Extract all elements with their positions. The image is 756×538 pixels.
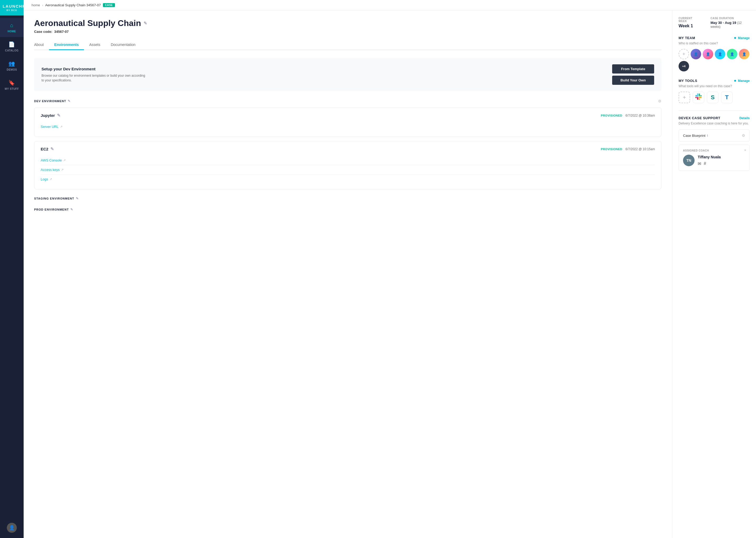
case-badge: CASE [103, 3, 115, 7]
right-panel: CURRENT WEEK Week 1 CASE DURATION May 30… [672, 11, 756, 538]
coach-card: × ASSIGNED COACH TN Tiffany Nuala ✉ # [679, 145, 750, 171]
staging-title: STAGING ENVIRONMENT ✎ [34, 197, 79, 200]
blueprint-label: Case Blueprint ℹ [683, 134, 708, 137]
setup-description: Browse our catalog for environment templ… [41, 73, 146, 83]
current-week-value: Week 1 [679, 24, 700, 28]
ec2-logs[interactable]: Logs ↗ [41, 175, 655, 184]
from-template-button[interactable]: From Template [612, 64, 654, 74]
sidebar-item-home[interactable]: ⌂ HOME [0, 18, 24, 37]
trello-icon: T [725, 94, 729, 101]
sidebar-item-demos-label: DEMOS [7, 68, 17, 71]
main-area: home › Aeronautical Supply Chain 34567-0… [24, 0, 756, 538]
tab-environments[interactable]: Environments [49, 40, 84, 50]
topbar: home › Aeronautical Supply Chain 34567-0… [24, 0, 756, 11]
coach-actions: ✉ # [698, 161, 721, 166]
manage-dot [734, 37, 736, 39]
ec2-aws-console[interactable]: AWS Console ↗ [41, 156, 655, 165]
content-area: Aeronautical Supply Chain ✎ Case code: 3… [24, 11, 756, 538]
slack-tool[interactable] [693, 92, 704, 103]
setup-title: Setup your Dev Environment [41, 67, 146, 71]
tab-documentation[interactable]: Documentation [106, 40, 141, 50]
current-week-item: CURRENT WEEK Week 1 [679, 17, 700, 28]
devex-title: DEVEX CASE SUPPORT [679, 116, 720, 120]
team-avatar-2: 👤 [703, 49, 713, 59]
meta-row: CURRENT WEEK Week 1 CASE DURATION May 30… [679, 17, 750, 28]
jupyter-status: PROVISIONED 6/7/2022 @ 10:38am [601, 114, 655, 117]
coach-card-close-icon[interactable]: × [744, 148, 746, 152]
title-edit-icon[interactable]: ✎ [144, 21, 147, 26]
sharepoint-tool[interactable]: S [707, 92, 719, 103]
blueprint-gear-icon[interactable]: ⚙ [742, 134, 745, 137]
trello-tool[interactable]: T [721, 92, 732, 103]
my-team-manage[interactable]: Manage [734, 36, 750, 40]
prod-header: PROD ENVIRONMENT ✎ [34, 208, 662, 211]
external-link-icon-3: ↗ [61, 168, 64, 172]
ec2-card: EC2 ✎ PROVISIONED 6/7/2022 @ 10:15am AWS… [34, 141, 662, 189]
tab-assets[interactable]: Assets [84, 40, 106, 50]
jupyter-name: Jupyter ✎ [41, 113, 60, 118]
ec2-name: EC2 ✎ [41, 146, 54, 151]
devex-section: DEVEX CASE SUPPORT Details Delivery Exce… [679, 111, 750, 171]
case-duration-label: CASE DURATION [711, 17, 750, 20]
sidebar-item-home-label: HOME [8, 30, 16, 33]
breadcrumb-home[interactable]: home [31, 3, 40, 7]
external-link-icon-4: ↗ [50, 178, 52, 181]
external-link-icon-2: ↗ [63, 159, 66, 162]
case-code-value: 34567-07 [54, 30, 69, 33]
devex-details[interactable]: Details [739, 116, 750, 120]
sidebar-item-mystuff[interactable]: 🔖 MY STUFF [0, 75, 24, 94]
user-avatar[interactable]: 👤 [7, 523, 17, 533]
tab-about[interactable]: About [34, 40, 49, 50]
ec2-edit-icon[interactable]: ✎ [50, 146, 54, 151]
assigned-coach-label: ASSIGNED COACH [683, 149, 745, 152]
jupyter-server-url[interactable]: Server URL ↗ [41, 122, 655, 131]
dev-env-gear-icon[interactable]: ⚙ [658, 99, 662, 103]
my-team-header: MY TEAM Manage [679, 36, 750, 40]
prod-title: PROD ENVIRONMENT ✎ [34, 208, 73, 211]
tools-row: + [679, 92, 750, 103]
team-avatar-4: 👤 [727, 49, 737, 59]
sidebar-item-demos[interactable]: 👥 DEMOS [0, 56, 24, 75]
dev-env-title: DEV ENVIRONMENT ✎ [34, 99, 71, 103]
demos-icon: 👥 [8, 60, 15, 67]
my-tools-manage[interactable]: Manage [734, 79, 750, 83]
catalog-icon: 📄 [8, 41, 15, 47]
prod-section: PROD ENVIRONMENT ✎ [34, 208, 662, 211]
brand-sub: BY BCG [3, 9, 21, 12]
case-code-row: Case code: 34567-07 [34, 30, 662, 33]
sidebar-nav: ⌂ HOME 📄 CATALOG 👥 DEMOS 🔖 MY STUFF [0, 16, 24, 523]
staging-header: STAGING ENVIRONMENT ✎ [34, 197, 662, 200]
coach-row: TN Tiffany Nuala ✉ # [683, 155, 745, 166]
sidebar-item-mystuff-label: MY STUFF [5, 87, 19, 90]
breadcrumb-current: Aeronautical Supply Chain 34567-07 [45, 3, 101, 7]
my-tools-header: MY TOOLS Manage [679, 79, 750, 83]
my-tools-title: MY TOOLS [679, 79, 697, 83]
brand-name: LAUNCHPAD [3, 4, 21, 9]
staging-edit-icon[interactable]: ✎ [76, 197, 79, 200]
ec2-access-keys[interactable]: Access keys ↗ [41, 165, 655, 175]
team-avatar-3: 👤 [715, 49, 725, 59]
ec2-status: PROVISIONED 6/7/2022 @ 10:15am [601, 147, 655, 151]
add-team-member-button[interactable]: + [679, 49, 689, 59]
coach-email-icon[interactable]: ✉ [698, 161, 701, 166]
sidebar-item-catalog[interactable]: 📄 CATALOG [0, 37, 24, 56]
add-tool-button[interactable]: + [679, 92, 690, 103]
tools-manage-dot [734, 80, 736, 81]
coach-info: Tiffany Nuala ✉ # [698, 155, 721, 166]
devex-header: DEVEX CASE SUPPORT Details [679, 116, 750, 120]
staging-section: STAGING ENVIRONMENT ✎ [34, 197, 662, 200]
dev-env-header: DEV ENVIRONMENT ✎ ⚙ [34, 99, 662, 103]
dev-env-edit-icon[interactable]: ✎ [68, 99, 71, 103]
team-avatar-1: 👤 [691, 49, 701, 59]
jupyter-card: Jupyter ✎ PROVISIONED 6/7/2022 @ 10:38am… [34, 107, 662, 137]
blueprint-info-icon: ℹ [707, 134, 708, 137]
prod-edit-icon[interactable]: ✎ [70, 208, 73, 211]
my-team-title: MY TEAM [679, 36, 695, 40]
team-avatar-count: +4 [679, 61, 689, 72]
coach-slack-icon[interactable]: # [704, 161, 706, 166]
build-own-button[interactable]: Build Your Own [612, 76, 654, 85]
home-icon: ⌂ [10, 22, 14, 28]
sidebar-bottom: 👤 [7, 523, 17, 538]
jupyter-edit-icon[interactable]: ✎ [57, 113, 60, 118]
setup-banner: Setup your Dev Environment Browse our ca… [34, 58, 662, 91]
